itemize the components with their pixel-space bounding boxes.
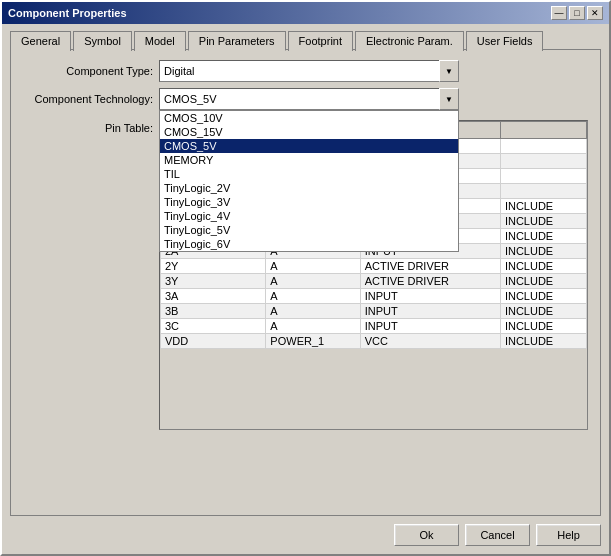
component-technology-label: Component Technology: [23, 93, 153, 105]
tab-general[interactable]: General [10, 31, 71, 51]
component-technology-dropdown-container: CMOS_5V CMOS_10V CMOS_15V CMOS_5V MEMORY… [159, 88, 459, 110]
main-content: General Symbol Model Pin Parameters Foot… [2, 24, 609, 554]
component-technology-row: Component Technology: CMOS_5V CMOS_10V C… [23, 88, 588, 110]
table-cell-col3: ACTIVE DRIVER [360, 259, 500, 274]
table-cell-col4: INCLUDE [500, 334, 586, 349]
table-cell-section: A [266, 289, 360, 304]
tab-bar: General Symbol Model Pin Parameters Foot… [10, 30, 601, 50]
table-cell-col4: INCLUDE [500, 304, 586, 319]
table-row[interactable]: 3CAINPUTINCLUDE [161, 319, 587, 334]
table-row[interactable]: 3AAINPUTINCLUDE [161, 289, 587, 304]
table-row[interactable]: 3YAACTIVE DRIVERINCLUDE [161, 274, 587, 289]
component-technology-dropdown-btn[interactable] [439, 88, 459, 110]
tech-option-tinylogic6v[interactable]: TinyLogic_6V [160, 237, 458, 251]
table-cell-col4: INCLUDE [500, 319, 586, 334]
table-row[interactable]: 2YAACTIVE DRIVERINCLUDE [161, 259, 587, 274]
maximize-button[interactable]: □ [569, 6, 585, 20]
table-row[interactable]: VDDPOWER_1VCCINCLUDE [161, 334, 587, 349]
tech-option-tinylogic2v[interactable]: TinyLogic_2V [160, 181, 458, 195]
title-bar: Component Properties — □ ✕ [2, 2, 609, 24]
table-cell-pin: 3Y [161, 274, 266, 289]
table-cell-col4 [500, 169, 586, 184]
table-cell-col3: INPUT [360, 289, 500, 304]
component-type-select-wrapper: Digital [159, 60, 459, 82]
table-cell-col4: INCLUDE [500, 289, 586, 304]
table-cell-pin: 3A [161, 289, 266, 304]
tech-option-tinylogic3v[interactable]: TinyLogic_3V [160, 195, 458, 209]
table-cell-section: A [266, 274, 360, 289]
table-cell-col3: VCC [360, 334, 500, 349]
table-cell-col4 [500, 184, 586, 199]
table-row[interactable]: 3BAINPUTINCLUDE [161, 304, 587, 319]
table-cell-pin: VDD [161, 334, 266, 349]
table-cell-col3: INPUT [360, 304, 500, 319]
col-include [500, 122, 586, 139]
tech-option-memory[interactable]: MEMORY [160, 153, 458, 167]
table-cell-col4: INCLUDE [500, 214, 586, 229]
title-bar-controls: — □ ✕ [551, 6, 603, 20]
tech-option-til[interactable]: TIL [160, 167, 458, 181]
tab-electronic-param[interactable]: Electronic Param. [355, 31, 464, 51]
component-type-dropdown-btn[interactable] [439, 60, 459, 82]
table-cell-section: A [266, 319, 360, 334]
table-cell-col4: INCLUDE [500, 199, 586, 214]
button-bar: Ok Cancel Help [10, 516, 601, 546]
tab-pin-parameters[interactable]: Pin Parameters [188, 31, 286, 51]
tab-symbol[interactable]: Symbol [73, 31, 132, 51]
component-type-label: Component Type: [23, 65, 153, 77]
cancel-button[interactable]: Cancel [465, 524, 530, 546]
tab-user-fields[interactable]: User Fields [466, 31, 544, 51]
table-cell-col4 [500, 154, 586, 169]
minimize-button[interactable]: — [551, 6, 567, 20]
tab-content-area: Component Type: Digital Component Techno… [10, 49, 601, 516]
table-cell-section: A [266, 259, 360, 274]
component-properties-window: Component Properties — □ ✕ General Symbo… [0, 0, 611, 556]
component-technology-value[interactable]: CMOS_5V [159, 88, 459, 110]
tech-option-tinylogic5v[interactable]: TinyLogic_5V [160, 223, 458, 237]
help-button[interactable]: Help [536, 524, 601, 546]
table-cell-pin: 3B [161, 304, 266, 319]
table-cell-col4: INCLUDE [500, 274, 586, 289]
table-cell-pin: 3C [161, 319, 266, 334]
table-cell-section: A [266, 304, 360, 319]
table-cell-section: POWER_1 [266, 334, 360, 349]
tech-option-cmos15v[interactable]: CMOS_15V [160, 125, 458, 139]
tab-model[interactable]: Model [134, 31, 186, 51]
tech-option-tinylogic4v[interactable]: TinyLogic_4V [160, 209, 458, 223]
table-cell-col3: ACTIVE DRIVER [360, 274, 500, 289]
technology-dropdown-list[interactable]: CMOS_10V CMOS_15V CMOS_5V MEMORY TIL Tin… [159, 110, 459, 252]
table-cell-col4: INCLUDE [500, 229, 586, 244]
table-cell-pin: 2Y [161, 259, 266, 274]
tab-footprint[interactable]: Footprint [288, 31, 353, 51]
component-type-value[interactable]: Digital [159, 60, 459, 82]
tech-option-cmos5v[interactable]: CMOS_5V [160, 139, 458, 153]
tech-option-cmos10v[interactable]: CMOS_10V [160, 111, 458, 125]
close-button[interactable]: ✕ [587, 6, 603, 20]
table-cell-col3: INPUT [360, 319, 500, 334]
component-type-row: Component Type: Digital [23, 60, 588, 82]
window-title: Component Properties [8, 7, 127, 19]
table-cell-col4 [500, 139, 586, 154]
table-cell-col4: INCLUDE [500, 244, 586, 259]
pin-table-label: Pin Table: [23, 120, 153, 134]
ok-button[interactable]: Ok [394, 524, 459, 546]
table-cell-col4: INCLUDE [500, 259, 586, 274]
